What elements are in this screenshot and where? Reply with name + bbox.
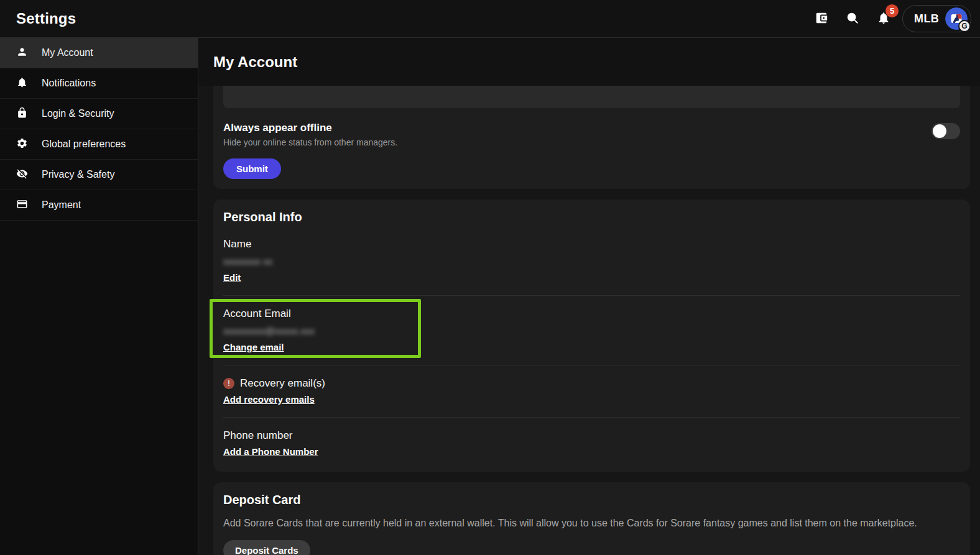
personal-info-title: Personal Info [223,200,960,224]
offline-toggle[interactable] [931,123,960,139]
sidebar-item-label: Notifications [42,78,96,89]
notification-count-badge: 5 [885,4,899,17]
settings-main-panel: My Account Always appear offline Hide yo… [198,38,980,555]
deposit-cards-button[interactable]: Deposit Cards [223,540,310,555]
topbar-actions: 5 MLB G [809,5,974,32]
divider [223,417,960,418]
sidebar-item-login-security[interactable]: Login & Security [0,99,198,129]
name-value-redacted: xxxxxxxx xx [223,256,272,267]
person-icon [16,46,28,60]
warning-icon: ! [223,378,234,389]
phone-number-label: Phone number [223,429,960,442]
sidebar-item-label: Payment [42,200,81,211]
section-title: My Account [213,53,297,71]
credit-card-icon [16,198,28,213]
lock-icon [16,107,28,121]
search-button[interactable] [840,6,865,31]
avatar: G [945,7,968,30]
toggle-knob [933,124,946,138]
about-textarea[interactable] [223,86,960,108]
deposit-card-description: Add Sorare Cards that are currently held… [223,518,960,529]
name-section: Name xxxxxxxx xx Edit [223,238,960,283]
add-recovery-emails-link[interactable]: Add recovery emails [223,394,315,405]
edit-name-link[interactable]: Edit [223,272,241,283]
settings-sidebar: My Account Notifications Login & Securit… [0,38,198,555]
divider [223,295,960,296]
deposit-card-title: Deposit Card [223,482,960,507]
email-value-redacted: xxxxxxxxx@xxxxx.xxx [223,326,315,336]
personal-info-card: Personal Info Name xxxxxxxx xx Edit Acco… [213,200,970,472]
submit-button[interactable]: Submit [223,158,281,179]
avatar-g-badge: G [958,20,971,32]
deposit-card: Deposit Card Add Sorare Cards that are c… [213,482,970,555]
recovery-email-section: ! Recovery email(s) Add recovery emails [223,377,960,405]
sidebar-item-my-account[interactable]: My Account [0,38,198,68]
sidebar-item-label: Global preferences [42,139,126,150]
wallet-icon [815,11,828,27]
name-label: Name [223,238,960,250]
eye-off-icon [16,168,28,182]
settings-content: Always appear offline Hide your online s… [198,86,980,555]
account-email-label: Account Email [223,308,960,320]
wallet-button[interactable] [809,6,834,31]
sidebar-item-label: Privacy & Safety [42,169,114,180]
divider [223,365,960,365]
bell-icon [16,76,28,91]
offline-setting: Always appear offline Hide your online s… [223,122,397,147]
profile-league-label: MLB [914,12,939,25]
offline-description: Hide your online status from other manag… [223,137,397,147]
section-header: My Account [198,38,980,86]
status-card: Always appear offline Hide your online s… [213,86,970,189]
change-email-link[interactable]: Change email [223,342,284,352]
account-email-section: Account Email xxxxxxxxx@xxxxx.xxx Change… [223,308,960,353]
gear-icon [16,137,28,152]
top-bar: Settings 5 MLB [0,0,980,38]
phone-number-section: Phone number Add a Phone Number [223,429,960,457]
sidebar-item-privacy-safety[interactable]: Privacy & Safety [0,160,198,190]
add-phone-number-link[interactable]: Add a Phone Number [223,446,318,457]
offline-label: Always appear offline [223,122,397,134]
sidebar-item-payment[interactable]: Payment [0,190,198,221]
sidebar-item-notifications[interactable]: Notifications [0,68,198,99]
notifications-button[interactable]: 5 [871,6,896,31]
recovery-email-label: Recovery email(s) [240,377,325,390]
search-icon [846,11,859,27]
sidebar-item-label: My Account [42,47,93,58]
sidebar-item-label: Login & Security [42,108,114,119]
sidebar-item-global-preferences[interactable]: Global preferences [0,129,198,160]
page-title: Settings [16,10,76,27]
profile-menu-button[interactable]: MLB G [902,5,971,32]
